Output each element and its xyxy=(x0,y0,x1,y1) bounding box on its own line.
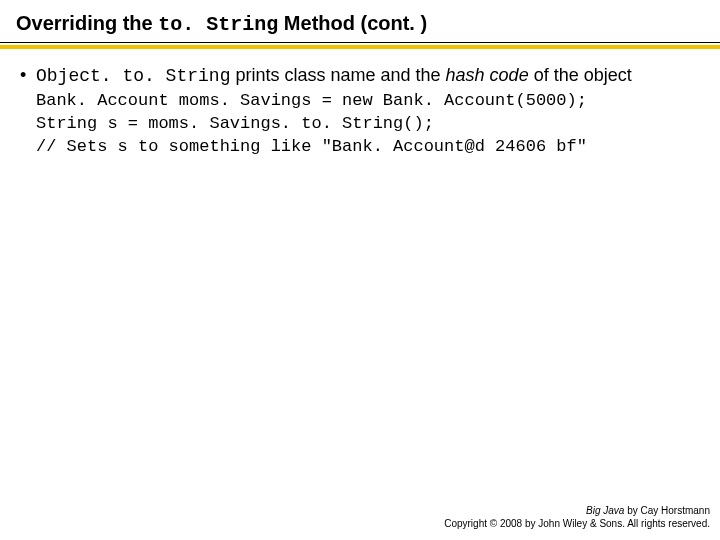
bullet-text-1: prints class name and the xyxy=(235,65,445,85)
bullet-text: Object. to. String prints class name and… xyxy=(36,63,700,88)
footer: Big Java by Cay Horstmann Copyright © 20… xyxy=(444,505,710,530)
bullet-marker: • xyxy=(20,63,36,87)
bullet-italic: hash code xyxy=(446,65,529,85)
bullet-code: Object. to. String xyxy=(36,66,230,86)
title-part1: Overriding the xyxy=(16,12,158,34)
bullet-item: • Object. to. String prints class name a… xyxy=(20,63,700,88)
bullet-text-2: of the object xyxy=(534,65,632,85)
footer-line1: Big Java by Cay Horstmann xyxy=(444,505,710,518)
slide-title: Overriding the to. String Method (cont. … xyxy=(16,12,427,34)
title-part2: Method (cont. ) xyxy=(284,12,427,34)
title-rule-thin xyxy=(0,42,720,43)
footer-author: by Cay Horstmann xyxy=(627,505,710,516)
footer-line2: Copyright © 2008 by John Wiley & Sons. A… xyxy=(444,518,710,531)
footer-book: Big Java xyxy=(586,505,624,516)
code-block: Bank. Account moms. Savings = new Bank. … xyxy=(36,90,700,159)
title-code: to. String xyxy=(158,13,278,36)
